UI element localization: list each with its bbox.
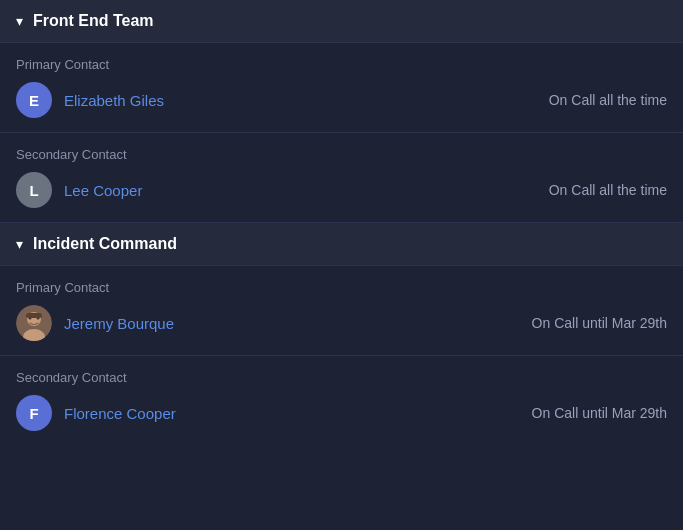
section-body-front-end-team: Primary ContactEElizabeth GilesOn Call a… xyxy=(0,43,683,222)
on-call-status: On Call until Mar 29th xyxy=(532,405,667,421)
section-header-incident-command[interactable]: ▾Incident Command xyxy=(0,223,683,266)
contact-row: LLee CooperOn Call all the time xyxy=(16,172,667,208)
contact-name[interactable]: Lee Cooper xyxy=(64,182,142,199)
avatar: L xyxy=(16,172,52,208)
contact-group: Primary Contact Jeremy BourqueOn Call un… xyxy=(0,266,683,356)
on-call-status: On Call all the time xyxy=(549,92,667,108)
contact-group: Secondary ContactLLee CooperOn Call all … xyxy=(0,133,683,222)
contact-left: Jeremy Bourque xyxy=(16,305,174,341)
contact-type-label: Primary Contact xyxy=(16,57,667,72)
contact-name[interactable]: Jeremy Bourque xyxy=(64,315,174,332)
chevron-down-icon: ▾ xyxy=(16,13,23,29)
section-title: Front End Team xyxy=(33,12,154,30)
svg-rect-5 xyxy=(26,313,42,318)
contact-name[interactable]: Florence Cooper xyxy=(64,405,176,422)
contact-row: Jeremy BourqueOn Call until Mar 29th xyxy=(16,305,667,341)
contact-group: Primary ContactEElizabeth GilesOn Call a… xyxy=(0,43,683,133)
contact-type-label: Primary Contact xyxy=(16,280,667,295)
section-body-incident-command: Primary Contact Jeremy BourqueOn Call un… xyxy=(0,266,683,445)
section-header-front-end-team[interactable]: ▾Front End Team xyxy=(0,0,683,43)
contact-left: EElizabeth Giles xyxy=(16,82,164,118)
contact-type-label: Secondary Contact xyxy=(16,370,667,385)
on-call-status: On Call until Mar 29th xyxy=(532,315,667,331)
contact-name[interactable]: Elizabeth Giles xyxy=(64,92,164,109)
avatar: E xyxy=(16,82,52,118)
avatar: F xyxy=(16,395,52,431)
contact-row: EElizabeth GilesOn Call all the time xyxy=(16,82,667,118)
contact-group: Secondary ContactFFlorence CooperOn Call… xyxy=(0,356,683,445)
chevron-down-icon: ▾ xyxy=(16,236,23,252)
section-title: Incident Command xyxy=(33,235,177,253)
contact-row: FFlorence CooperOn Call until Mar 29th xyxy=(16,395,667,431)
contact-left: LLee Cooper xyxy=(16,172,142,208)
avatar xyxy=(16,305,52,341)
contact-left: FFlorence Cooper xyxy=(16,395,176,431)
contact-type-label: Secondary Contact xyxy=(16,147,667,162)
on-call-status: On Call all the time xyxy=(549,182,667,198)
page-container: ▾Front End TeamPrimary ContactEElizabeth… xyxy=(0,0,683,445)
